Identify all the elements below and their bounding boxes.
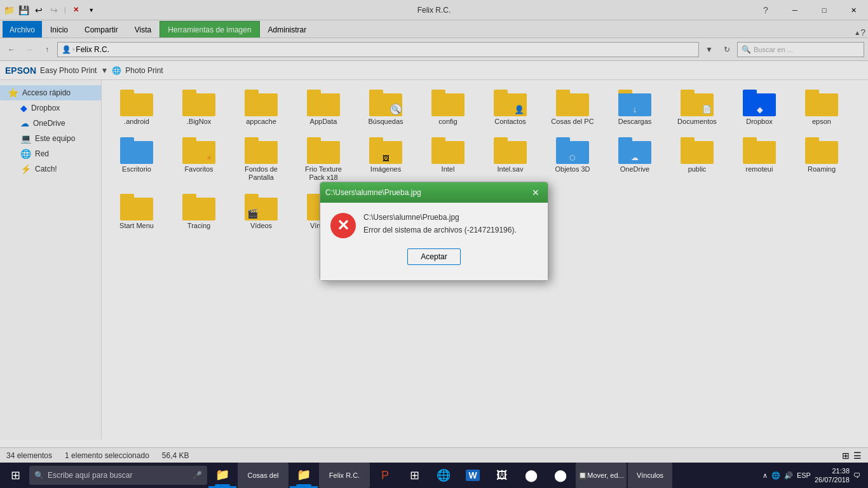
chrome-icon: ⬤ (525, 468, 538, 482)
taskbar-app-word[interactable]: W (459, 463, 487, 488)
taskbar: ⊞ 🔍 Escribe aquí para buscar 🎤 📁 Cosas d… (0, 463, 868, 488)
error-icon: ✕ (330, 213, 356, 238)
dialog-content: ✕ C:\Users\alumne\Prueba.jpg Error del s… (330, 213, 538, 238)
taskbar-search-icon: 🔍 (34, 471, 44, 480)
taskbar-app-photo[interactable]: 🖼 (488, 463, 516, 488)
taskbar-label-explorer1: Cosas del (238, 463, 288, 488)
dialog-title: C:\Users\alumne\Prueba.jpg (325, 188, 529, 197)
dialog-message: Error del sistema de archivos (-21472191… (363, 226, 538, 234)
windows-logo: ⊞ (11, 468, 20, 482)
taskbar-lang: ESP (797, 471, 811, 479)
taskbar-notification-icon[interactable]: 🗨 (853, 471, 860, 479)
taskbar-app-explorer2[interactable]: 📁 (290, 463, 318, 488)
taskbar-explorer1-icon: 📁 (215, 468, 229, 482)
taskbar-app-ppt[interactable]: P (371, 463, 399, 488)
taskbar-app-vinculos[interactable]: Vínculos (628, 463, 672, 488)
dialog-path: C:\Users\alumne\Prueba.jpg (363, 213, 538, 222)
grid-icon: ⊞ (410, 468, 419, 482)
chrome2-icon: ⬤ (554, 468, 567, 482)
taskbar-right: ∧ 🌐 🔊 ESP 21:38 26/07/2018 🗨 (763, 466, 865, 485)
ie-icon: 🌐 (437, 468, 451, 482)
taskbar-app-chrome[interactable]: ⬤ (517, 463, 545, 488)
taskbar-app-chrome2[interactable]: ⬤ (546, 463, 574, 488)
taskbar-label-explorer2: Felix R.C. (319, 463, 370, 488)
dialog-accept-button[interactable]: Aceptar (407, 248, 460, 265)
modal-overlay: C:\Users\alumne\Prueba.jpg ✕ ✕ C:\Users\… (0, 0, 868, 463)
ppt-icon: P (381, 469, 389, 482)
taskbar-app-mover[interactable]: 🔲 Mover, ed... (576, 463, 627, 488)
taskbar-explorer2-icon: 📁 (297, 468, 311, 482)
taskbar-app-grid[interactable]: ⊞ (400, 463, 428, 488)
taskbar-app-explorer1[interactable]: 📁 (208, 463, 236, 488)
taskbar-network-icon[interactable]: 🌐 (771, 471, 780, 480)
taskbar-chevron-icon[interactable]: ∧ (763, 471, 768, 480)
dialog-text: C:\Users\alumne\Prueba.jpg Error del sis… (363, 213, 538, 234)
dialog-body: ✕ C:\Users\alumne\Prueba.jpg Error del s… (320, 203, 548, 280)
photo-taskbar-icon: 🖼 (496, 469, 508, 482)
taskbar-time[interactable]: 21:38 26/07/2018 (815, 466, 850, 485)
word-icon: W (466, 470, 479, 481)
mover-icon: 🔲 (578, 471, 587, 480)
dialog-footer: Aceptar (330, 248, 538, 270)
taskbar-app-ie[interactable]: 🌐 (430, 463, 458, 488)
taskbar-search[interactable]: 🔍 Escribe aquí para buscar 🎤 (29, 466, 207, 485)
dialog-close-button[interactable]: ✕ (529, 186, 543, 200)
taskbar-mic-icon: 🎤 (193, 471, 202, 480)
dialog-title-bar: C:\Users\alumne\Prueba.jpg ✕ (320, 182, 548, 203)
error-dialog: C:\Users\alumne\Prueba.jpg ✕ ✕ C:\Users\… (320, 182, 548, 281)
taskbar-sound-icon[interactable]: 🔊 (784, 471, 793, 480)
start-button[interactable]: ⊞ (3, 463, 28, 488)
